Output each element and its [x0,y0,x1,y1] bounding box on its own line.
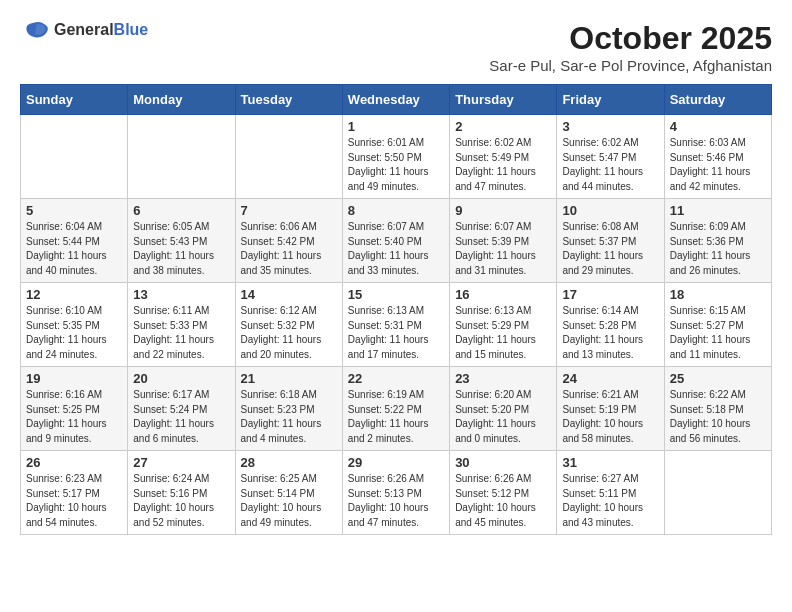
cell-content: Sunrise: 6:01 AMSunset: 5:50 PMDaylight:… [348,136,444,194]
day-number: 7 [241,203,337,218]
calendar-cell: 23Sunrise: 6:20 AMSunset: 5:20 PMDayligh… [450,367,557,451]
day-number: 1 [348,119,444,134]
calendar-cell: 12Sunrise: 6:10 AMSunset: 5:35 PMDayligh… [21,283,128,367]
cell-content: Sunrise: 6:09 AMSunset: 5:36 PMDaylight:… [670,220,766,278]
calendar-cell: 24Sunrise: 6:21 AMSunset: 5:19 PMDayligh… [557,367,664,451]
day-number: 16 [455,287,551,302]
cell-content: Sunrise: 6:27 AMSunset: 5:11 PMDaylight:… [562,472,658,530]
calendar: SundayMondayTuesdayWednesdayThursdayFrid… [20,84,772,535]
day-number: 8 [348,203,444,218]
header: GeneralBlue October 2025 Sar-e Pul, Sar-… [20,20,772,74]
cell-content: Sunrise: 6:07 AMSunset: 5:40 PMDaylight:… [348,220,444,278]
day-number: 10 [562,203,658,218]
day-header-saturday: Saturday [664,85,771,115]
calendar-cell: 10Sunrise: 6:08 AMSunset: 5:37 PMDayligh… [557,199,664,283]
logo-blue: Blue [114,21,149,38]
logo: GeneralBlue [20,20,148,40]
cell-content: Sunrise: 6:25 AMSunset: 5:14 PMDaylight:… [241,472,337,530]
day-number: 9 [455,203,551,218]
calendar-cell: 27Sunrise: 6:24 AMSunset: 5:16 PMDayligh… [128,451,235,535]
title-area: October 2025 Sar-e Pul, Sar-e Pol Provin… [489,20,772,74]
logo-general: General [54,21,114,38]
calendar-cell: 30Sunrise: 6:26 AMSunset: 5:12 PMDayligh… [450,451,557,535]
cell-content: Sunrise: 6:05 AMSunset: 5:43 PMDaylight:… [133,220,229,278]
calendar-week-5: 26Sunrise: 6:23 AMSunset: 5:17 PMDayligh… [21,451,772,535]
calendar-cell: 18Sunrise: 6:15 AMSunset: 5:27 PMDayligh… [664,283,771,367]
day-number: 23 [455,371,551,386]
calendar-cell: 3Sunrise: 6:02 AMSunset: 5:47 PMDaylight… [557,115,664,199]
day-number: 25 [670,371,766,386]
day-header-tuesday: Tuesday [235,85,342,115]
calendar-cell: 17Sunrise: 6:14 AMSunset: 5:28 PMDayligh… [557,283,664,367]
calendar-cell: 6Sunrise: 6:05 AMSunset: 5:43 PMDaylight… [128,199,235,283]
calendar-cell: 20Sunrise: 6:17 AMSunset: 5:24 PMDayligh… [128,367,235,451]
cell-content: Sunrise: 6:08 AMSunset: 5:37 PMDaylight:… [562,220,658,278]
calendar-cell: 1Sunrise: 6:01 AMSunset: 5:50 PMDaylight… [342,115,449,199]
day-number: 31 [562,455,658,470]
cell-content: Sunrise: 6:16 AMSunset: 5:25 PMDaylight:… [26,388,122,446]
day-header-monday: Monday [128,85,235,115]
cell-content: Sunrise: 6:12 AMSunset: 5:32 PMDaylight:… [241,304,337,362]
calendar-week-2: 5Sunrise: 6:04 AMSunset: 5:44 PMDaylight… [21,199,772,283]
calendar-cell: 31Sunrise: 6:27 AMSunset: 5:11 PMDayligh… [557,451,664,535]
cell-content: Sunrise: 6:21 AMSunset: 5:19 PMDaylight:… [562,388,658,446]
day-number: 19 [26,371,122,386]
month-title: October 2025 [489,20,772,57]
day-number: 3 [562,119,658,134]
calendar-cell: 14Sunrise: 6:12 AMSunset: 5:32 PMDayligh… [235,283,342,367]
calendar-cell: 16Sunrise: 6:13 AMSunset: 5:29 PMDayligh… [450,283,557,367]
calendar-header-row: SundayMondayTuesdayWednesdayThursdayFrid… [21,85,772,115]
day-number: 26 [26,455,122,470]
day-number: 27 [133,455,229,470]
cell-content: Sunrise: 6:13 AMSunset: 5:31 PMDaylight:… [348,304,444,362]
cell-content: Sunrise: 6:18 AMSunset: 5:23 PMDaylight:… [241,388,337,446]
calendar-cell: 29Sunrise: 6:26 AMSunset: 5:13 PMDayligh… [342,451,449,535]
cell-content: Sunrise: 6:13 AMSunset: 5:29 PMDaylight:… [455,304,551,362]
day-number: 4 [670,119,766,134]
calendar-week-1: 1Sunrise: 6:01 AMSunset: 5:50 PMDaylight… [21,115,772,199]
day-number: 11 [670,203,766,218]
day-number: 21 [241,371,337,386]
cell-content: Sunrise: 6:02 AMSunset: 5:47 PMDaylight:… [562,136,658,194]
calendar-cell: 4Sunrise: 6:03 AMSunset: 5:46 PMDaylight… [664,115,771,199]
cell-content: Sunrise: 6:07 AMSunset: 5:39 PMDaylight:… [455,220,551,278]
cell-content: Sunrise: 6:06 AMSunset: 5:42 PMDaylight:… [241,220,337,278]
logo-icon [20,20,50,40]
day-number: 22 [348,371,444,386]
calendar-week-3: 12Sunrise: 6:10 AMSunset: 5:35 PMDayligh… [21,283,772,367]
calendar-week-4: 19Sunrise: 6:16 AMSunset: 5:25 PMDayligh… [21,367,772,451]
day-number: 2 [455,119,551,134]
calendar-cell [21,115,128,199]
cell-content: Sunrise: 6:24 AMSunset: 5:16 PMDaylight:… [133,472,229,530]
calendar-cell: 22Sunrise: 6:19 AMSunset: 5:22 PMDayligh… [342,367,449,451]
cell-content: Sunrise: 6:23 AMSunset: 5:17 PMDaylight:… [26,472,122,530]
calendar-cell: 5Sunrise: 6:04 AMSunset: 5:44 PMDaylight… [21,199,128,283]
cell-content: Sunrise: 6:14 AMSunset: 5:28 PMDaylight:… [562,304,658,362]
cell-content: Sunrise: 6:26 AMSunset: 5:13 PMDaylight:… [348,472,444,530]
day-number: 29 [348,455,444,470]
day-number: 13 [133,287,229,302]
calendar-cell: 2Sunrise: 6:02 AMSunset: 5:49 PMDaylight… [450,115,557,199]
day-number: 12 [26,287,122,302]
calendar-cell: 26Sunrise: 6:23 AMSunset: 5:17 PMDayligh… [21,451,128,535]
calendar-cell [128,115,235,199]
calendar-cell: 21Sunrise: 6:18 AMSunset: 5:23 PMDayligh… [235,367,342,451]
location-title: Sar-e Pul, Sar-e Pol Province, Afghanist… [489,57,772,74]
day-number: 6 [133,203,229,218]
cell-content: Sunrise: 6:19 AMSunset: 5:22 PMDaylight:… [348,388,444,446]
calendar-cell [235,115,342,199]
calendar-cell: 19Sunrise: 6:16 AMSunset: 5:25 PMDayligh… [21,367,128,451]
cell-content: Sunrise: 6:02 AMSunset: 5:49 PMDaylight:… [455,136,551,194]
day-number: 15 [348,287,444,302]
cell-content: Sunrise: 6:22 AMSunset: 5:18 PMDaylight:… [670,388,766,446]
day-header-sunday: Sunday [21,85,128,115]
calendar-cell: 8Sunrise: 6:07 AMSunset: 5:40 PMDaylight… [342,199,449,283]
day-number: 20 [133,371,229,386]
calendar-cell: 11Sunrise: 6:09 AMSunset: 5:36 PMDayligh… [664,199,771,283]
calendar-cell: 7Sunrise: 6:06 AMSunset: 5:42 PMDaylight… [235,199,342,283]
day-number: 24 [562,371,658,386]
day-number: 17 [562,287,658,302]
calendar-cell: 13Sunrise: 6:11 AMSunset: 5:33 PMDayligh… [128,283,235,367]
calendar-cell: 9Sunrise: 6:07 AMSunset: 5:39 PMDaylight… [450,199,557,283]
cell-content: Sunrise: 6:20 AMSunset: 5:20 PMDaylight:… [455,388,551,446]
